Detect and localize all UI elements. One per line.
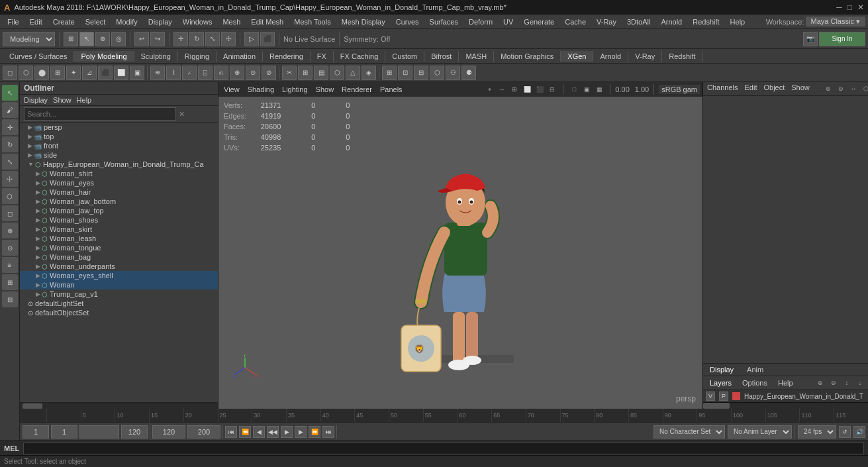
tab-motion-graphics[interactable]: Motion Graphics	[494, 51, 561, 62]
outliner-item-happy-woman[interactable]: ▼ ⬡ Happy_European_Woman_in_Donald_Trump…	[20, 160, 218, 169]
outliner-search-input[interactable]	[24, 107, 176, 121]
tb2-23[interactable]: ◈	[362, 66, 376, 80]
outliner-item-woman[interactable]: ▶ ⬡ Woman	[20, 280, 218, 289]
menu-mesh-tools[interactable]: Mesh Tools	[289, 17, 335, 27]
tab-vray[interactable]: V-Ray	[628, 51, 662, 62]
left-7[interactable]: ⬡	[2, 188, 18, 204]
outliner-item-woman-tongue[interactable]: ▶ ⬡ Woman_tongue	[20, 243, 218, 252]
cb-object-menu[interactable]: Object	[763, 83, 785, 94]
pb-audio-btn[interactable]: 🔊	[853, 426, 865, 438]
left-scale-tool[interactable]: ⤡	[2, 154, 18, 170]
tab-xgen[interactable]: XGen	[561, 51, 593, 62]
tb-snap-2[interactable]: ↪	[150, 32, 165, 46]
cb-help-menu[interactable]: Help	[774, 378, 797, 388]
tb2-19[interactable]: ⊞	[298, 66, 313, 80]
left-select-tool[interactable]: ↖	[2, 85, 18, 101]
anim-layer-dropdown[interactable]: No Anim Layer	[728, 425, 792, 439]
outliner-item-woman-skirt[interactable]: ▶ ⬡ Woman_skirt	[20, 225, 218, 234]
menu-edit-mesh[interactable]: Edit Mesh	[246, 17, 288, 27]
outliner-search-clear[interactable]: ✕	[179, 110, 185, 119]
tb2-20[interactable]: ▤	[314, 66, 328, 80]
playback-start-input[interactable]	[152, 425, 185, 439]
tab-fx[interactable]: FX	[311, 51, 334, 62]
pb-to-start[interactable]: ⏮	[225, 426, 237, 438]
left-move-tool[interactable]: ✛	[2, 119, 18, 135]
menu-mesh-display[interactable]: Mesh Display	[337, 17, 390, 27]
tb-icon-2[interactable]: ⊕	[95, 32, 110, 46]
cb-icon-4[interactable]: ⬡	[861, 83, 868, 94]
pb-prev-key[interactable]: ⏪	[239, 426, 251, 438]
menu-deform[interactable]: Deform	[464, 17, 497, 27]
layer-render-toggle[interactable]: P	[719, 391, 728, 401]
pb-loop-btn[interactable]: ↺	[839, 426, 851, 438]
outliner-item-trump-cap[interactable]: ▶ ⬡ Trump_cap_v1	[20, 289, 218, 299]
outliner-item-woman-leash[interactable]: ▶ ⬡ Woman_leash	[20, 234, 218, 243]
vp-icon-3[interactable]: ⊞	[508, 83, 520, 95]
tb2-10[interactable]: ≋	[150, 66, 165, 80]
tb-sign-in[interactable]: Sign In	[819, 32, 865, 46]
tb2-21[interactable]: ⬡	[330, 66, 344, 80]
vp-panels-menu[interactable]: Panels	[377, 85, 405, 94]
timeline-area[interactable]: 5 10 15 20 25 30 35 40 45 50 55 60 65 70…	[20, 409, 868, 422]
menu-help[interactable]: Help	[726, 17, 750, 27]
tb-icon-3[interactable]: ◎	[111, 32, 126, 46]
vp-lighting-menu[interactable]: Lighting	[279, 85, 311, 94]
left-11[interactable]: ≡	[2, 257, 18, 273]
tb2-29[interactable]: ⚈	[461, 66, 476, 80]
mel-input[interactable]	[23, 442, 864, 454]
vp-icon-8[interactable]: ▦	[593, 83, 605, 95]
pb-play-back[interactable]: ◀◀	[267, 426, 279, 438]
vp-shading-menu[interactable]: Shading	[245, 85, 277, 94]
close-button[interactable]: ✕	[857, 3, 864, 12]
tab-rendering[interactable]: Rendering	[263, 51, 311, 62]
outliner-item-woman-eyes-shell[interactable]: ▶ ⬡ Woman_eyes_shell	[20, 271, 218, 280]
tb2-1[interactable]: ◻	[3, 66, 17, 80]
menu-edit[interactable]: Edit	[25, 17, 47, 27]
outliner-item-woman-jaw-bottom[interactable]: ▶ ⬡ Woman_jaw_bottom	[20, 197, 218, 206]
menu-cache[interactable]: Cache	[560, 17, 591, 27]
tab-mash[interactable]: MASH	[459, 51, 494, 62]
fps-dropdown[interactable]: 24 fps	[798, 425, 836, 439]
cb-scroll-handle[interactable]	[703, 403, 730, 409]
pb-to-end[interactable]: ⏭	[322, 426, 334, 438]
mode-dropdown[interactable]: Modeling	[3, 32, 55, 46]
tb2-11[interactable]: ⌇	[166, 66, 181, 80]
frame-slider[interactable]	[79, 425, 119, 439]
outliner-item-woman-underpants[interactable]: ▶ ⬡ Woman_underpants	[20, 262, 218, 271]
cb-icon-1[interactable]: ⊕	[823, 83, 834, 94]
vp-view-menu[interactable]: View	[221, 85, 242, 94]
menu-arnold[interactable]: Arnold	[656, 17, 687, 27]
menu-create[interactable]: Create	[48, 17, 79, 27]
end-frame-input[interactable]	[121, 425, 148, 439]
viewport-3d[interactable]: View Shading Lighting Show Renderer Pane…	[218, 82, 702, 409]
start-frame-input[interactable]	[23, 425, 49, 439]
tb2-24[interactable]: ⊞	[382, 66, 397, 80]
vp-icon-6[interactable]: □	[568, 83, 580, 95]
layer-color-swatch[interactable]	[732, 392, 740, 400]
tab-poly-modeling[interactable]: Poly Modeling	[74, 51, 134, 62]
tb2-8[interactable]: ⬜	[114, 66, 128, 80]
outliner-display-menu[interactable]: Display	[24, 96, 48, 104]
outliner-item-woman-hair[interactable]: ▶ ⬡ Woman_hair	[20, 187, 218, 197]
outliner-item-woman-bag[interactable]: ▶ ⬡ Woman_bag	[20, 252, 218, 262]
tab-curves-surfaces[interactable]: Curves / Surfaces	[3, 51, 74, 62]
cb-tab-display[interactable]: Display	[706, 365, 738, 374]
menu-uv[interactable]: UV	[499, 17, 518, 27]
vp-icon-grid[interactable]: ⊟	[546, 83, 558, 95]
tb-cam[interactable]: 📷	[803, 32, 818, 46]
outliner-item-default-light[interactable]: ⊙ defaultLightSet	[20, 299, 218, 308]
menu-windows[interactable]: Windows	[178, 17, 217, 27]
menu-modify[interactable]: Modify	[111, 17, 142, 27]
menu-3dtoall[interactable]: 3DtoAll	[622, 17, 655, 27]
menu-surfaces[interactable]: Surfaces	[425, 17, 463, 27]
pb-next-key[interactable]: ⏩	[309, 426, 320, 438]
tb2-12[interactable]: ⌿	[182, 66, 197, 80]
left-9[interactable]: ⊕	[2, 223, 18, 238]
tab-fx-caching[interactable]: FX Caching	[334, 51, 385, 62]
tb-icon-select[interactable]: ↖	[79, 32, 94, 46]
menu-select[interactable]: Select	[81, 17, 111, 27]
vp-show-menu[interactable]: Show	[313, 85, 337, 94]
menu-mesh[interactable]: Mesh	[218, 17, 245, 27]
tab-redshift[interactable]: Redshift	[662, 51, 702, 62]
tb2-15[interactable]: ⊕	[230, 66, 244, 80]
